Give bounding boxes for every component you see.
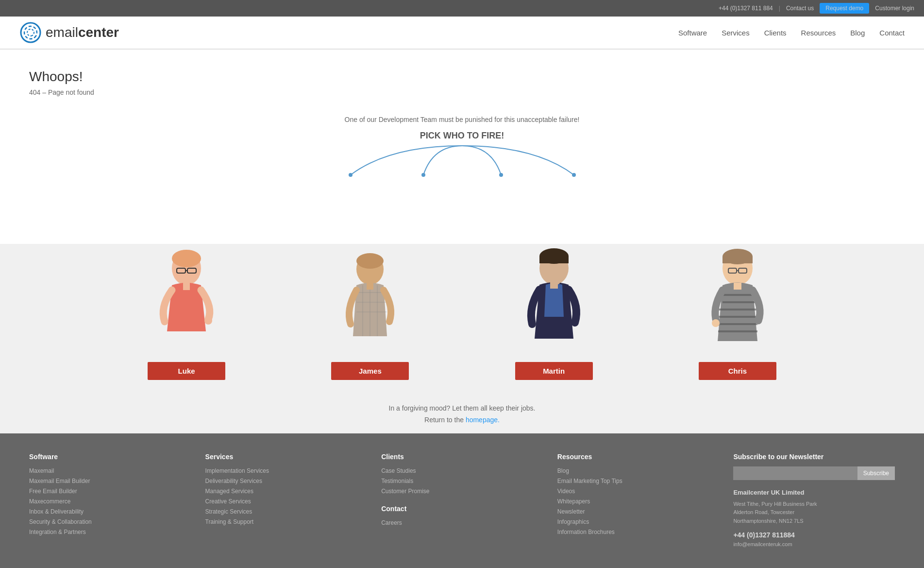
header: emailcenter Software Services Clients Re… xyxy=(0,17,924,49)
main-content: Whoops! 404 – Page not found One of our … xyxy=(0,50,924,244)
luke-svg xyxy=(150,244,223,351)
newsletter-email-input[interactable] xyxy=(733,466,857,480)
james-svg xyxy=(334,244,406,351)
footer-services-heading: Services xyxy=(205,453,367,461)
svg-point-1 xyxy=(22,24,39,41)
footer-contact-links: Careers xyxy=(381,518,543,526)
footer-link-maxemail-builder[interactable]: Maxemail Email Builder xyxy=(29,478,90,484)
error-section: One of our Development Team must be puni… xyxy=(29,111,895,189)
fire-chris-button[interactable]: Chris xyxy=(699,362,776,380)
page-heading: Whoops! xyxy=(29,69,895,85)
footer-link-security-collaboration[interactable]: Security & Collaboration xyxy=(29,518,92,525)
footer-link-maxecommerce[interactable]: Maxecommerce xyxy=(29,498,70,505)
fire-martin-button[interactable]: Martin xyxy=(515,362,593,380)
customer-login-link[interactable]: Customer login xyxy=(875,5,914,12)
fire-james-button[interactable]: James xyxy=(331,362,409,380)
footer-link-training[interactable]: Training & Support xyxy=(205,518,254,525)
footer-link-careers[interactable]: Careers xyxy=(381,519,402,526)
footer-col-software: Software Maxemail Maxemail Email Builder… xyxy=(29,453,191,549)
arrows-container xyxy=(292,141,632,180)
nav-services[interactable]: Services xyxy=(722,29,750,37)
svg-point-4 xyxy=(421,173,425,177)
person-martin-col xyxy=(465,244,643,351)
footer-clients-links: Case Studies Testimonials Customer Promi… xyxy=(381,466,543,495)
footer-link-free-email-builder[interactable]: Free Email Builder xyxy=(29,488,77,495)
footer-link-videos[interactable]: Videos xyxy=(557,488,575,495)
footer-link-email-tips[interactable]: Email Marketing Top Tips xyxy=(557,478,622,484)
phone-number: +44 (0)1327 811 884 xyxy=(719,5,773,12)
main-nav: Software Services Clients Resources Blog… xyxy=(678,29,905,37)
footer-link-inbox-deliverability[interactable]: Inbox & Deliverability xyxy=(29,508,84,515)
svg-point-5 xyxy=(499,173,503,177)
footer-link-deliverability[interactable]: Deliverability Services xyxy=(205,478,262,484)
svg-rect-22 xyxy=(367,283,373,290)
request-demo-button[interactable]: Request demo xyxy=(820,3,869,14)
company-address3: Northamptonshire, NN12 7LS xyxy=(733,517,895,526)
company-email-link[interactable]: info@emailcenteruk.com xyxy=(733,541,792,547)
newsletter-form: Subscribe xyxy=(733,466,895,480)
footer-services-links: Implementation Services Deliverability S… xyxy=(205,466,367,525)
svg-point-6 xyxy=(572,173,576,177)
forgiving-text: In a forgiving mood? Let them all keep t… xyxy=(0,395,924,416)
newsletter-heading: Subscribe to our Newsletter xyxy=(733,453,895,461)
intro-text: One of our Development Team must be puni… xyxy=(29,116,895,123)
nav-contact[interactable]: Contact xyxy=(879,29,905,37)
person-james-figure xyxy=(334,244,406,351)
footer-link-customer-promise[interactable]: Customer Promise xyxy=(381,488,429,495)
footer-resources-links: Blog Email Marketing Top Tips Videos Whi… xyxy=(557,466,719,535)
footer-link-newsletter[interactable]: Newsletter xyxy=(557,508,585,515)
svg-rect-13 xyxy=(183,283,190,290)
svg-point-12 xyxy=(204,317,212,325)
svg-rect-27 xyxy=(550,282,558,289)
footer-link-implementation[interactable]: Implementation Services xyxy=(205,467,269,474)
james-btn-col: James xyxy=(281,358,459,380)
company-address2: Alderton Road, Towcester xyxy=(733,508,895,517)
nav-clients[interactable]: Clients xyxy=(764,29,787,37)
svg-rect-41 xyxy=(734,283,741,290)
nav-blog[interactable]: Blog xyxy=(850,29,865,37)
svg-point-3 xyxy=(349,173,353,177)
person-luke-figure xyxy=(150,244,223,351)
logo-text: emailcenter xyxy=(46,25,119,40)
company-phone: +44 (0)1327 811884 xyxy=(733,530,895,540)
footer-link-creative[interactable]: Creative Services xyxy=(205,498,251,505)
newsletter-subscribe-button[interactable]: Subscribe xyxy=(857,466,895,480)
footer-link-info-brochures[interactable]: Information Brochures xyxy=(557,529,615,535)
footer-link-case-studies[interactable]: Case Studies xyxy=(381,467,416,474)
person-james-col xyxy=(281,244,459,351)
martin-svg xyxy=(518,244,590,351)
footer-link-whitepapers[interactable]: Whitepapers xyxy=(557,498,590,505)
company-address1: West Tithe, Pury Hill Business Park xyxy=(733,500,895,509)
arrows-svg xyxy=(292,141,632,180)
footer-contact-heading: Contact xyxy=(381,505,543,513)
company-email: info@emailcenteruk.com xyxy=(733,540,895,549)
nav-software[interactable]: Software xyxy=(678,29,707,37)
footer: Software Maxemail Maxemail Email Builder… xyxy=(0,433,924,568)
pick-who-text: PICK WHO TO FIRE! xyxy=(29,131,895,141)
return-text: Return to the homepage. xyxy=(0,416,924,433)
contact-us-link[interactable]: Contact us xyxy=(786,5,814,12)
svg-rect-30 xyxy=(722,257,753,263)
nav-resources[interactable]: Resources xyxy=(801,29,836,37)
svg-rect-25 xyxy=(539,256,569,263)
logo[interactable]: emailcenter xyxy=(19,21,119,44)
luke-btn-col: Luke xyxy=(97,358,276,380)
footer-link-maxemail[interactable]: Maxemail xyxy=(29,467,54,474)
top-bar: +44 (0)1327 811 884 | Contact us Request… xyxy=(0,0,924,17)
homepage-link[interactable]: homepage. xyxy=(466,416,500,424)
footer-link-managed[interactable]: Managed Services xyxy=(205,488,253,495)
svg-point-40 xyxy=(712,319,720,327)
footer-software-heading: Software xyxy=(29,453,191,461)
footer-link-integration-partners[interactable]: Integration & Partners xyxy=(29,529,86,535)
person-chris-col xyxy=(648,244,827,351)
footer-link-testimonials[interactable]: Testimonials xyxy=(381,478,413,484)
footer-link-blog[interactable]: Blog xyxy=(557,467,569,474)
fire-luke-button[interactable]: Luke xyxy=(148,362,225,380)
footer-link-infographics[interactable]: Infographics xyxy=(557,518,589,525)
svg-point-15 xyxy=(356,253,384,269)
footer-link-strategic[interactable]: Strategic Services xyxy=(205,508,252,515)
footer-col-services: Services Implementation Services Deliver… xyxy=(205,453,367,549)
people-area: Luke James Martin Chris In a forgiving m… xyxy=(0,244,924,433)
fire-buttons-row: Luke James Martin Chris xyxy=(0,351,924,395)
separator: | xyxy=(779,5,780,12)
